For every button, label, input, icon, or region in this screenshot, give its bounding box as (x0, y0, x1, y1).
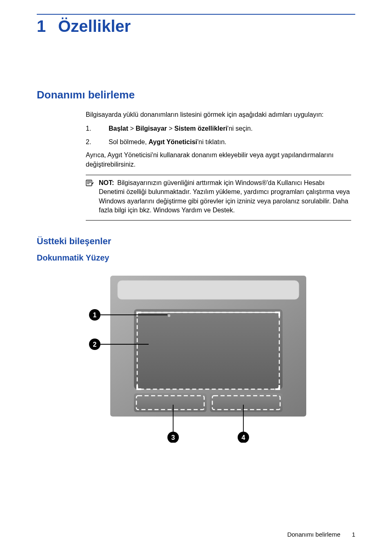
chapter-heading: 1 Özellikler (37, 17, 355, 36)
step1-gt1: > (128, 125, 136, 132)
step-text: Başlat > Bilgisayar > Sistem özellikleri… (109, 124, 351, 133)
chapter-number: 1 (37, 17, 46, 36)
note-label: NOT: (99, 179, 114, 186)
step1-gt2: > (167, 125, 174, 132)
svg-text:4: 4 (241, 434, 245, 441)
note-text: NOT:Bilgisayarınızın güvenliğini arttırm… (99, 178, 351, 215)
callout-4: 4 (238, 432, 249, 443)
section-heading: Donanımı belirleme (37, 89, 355, 101)
svg-point-7 (167, 314, 170, 316)
step2-bold: Aygıt Yöneticisi (149, 138, 197, 145)
svg-rect-0 (86, 180, 92, 186)
subsubsection-heading: Dokunmatik Yüzey (37, 253, 355, 263)
chapter-title: Özellikler (58, 17, 131, 36)
touchpad-illustration: 1 2 3 4 (79, 267, 313, 443)
svg-text:3: 3 (171, 434, 175, 441)
illustration-wrap: 1 2 3 4 (37, 267, 355, 443)
svg-rect-6 (134, 309, 283, 389)
step1-tail: 'ni seçin. (227, 125, 253, 132)
step-2: 2. Sol bölmede, Aygıt Yöneticisi'ni tıkl… (86, 138, 351, 147)
page-footer: Donanımı belirleme 1 (287, 531, 355, 537)
note-icon (86, 179, 94, 187)
svg-text:2: 2 (93, 341, 96, 348)
note-divider-top (86, 175, 351, 175)
step-number: 2. (86, 138, 102, 147)
body-block: Bilgisayarda yüklü donanımların listesin… (37, 110, 355, 221)
step2-prefix: Sol bölmede, (109, 138, 149, 145)
intro-paragraph: Bilgisayarda yüklü donanımların listesin… (86, 110, 351, 119)
callout-3: 3 (167, 432, 179, 443)
note-body: Bilgisayarınızın güvenliğini arttırmak i… (99, 179, 350, 214)
step-text: Sol bölmede, Aygıt Yöneticisi'ni tıklatı… (109, 138, 351, 147)
step1-bold1: Başlat (109, 125, 128, 132)
top-rule (37, 14, 355, 15)
step2-tail: 'ni tıklatın. (197, 138, 227, 145)
callout-1: 1 (89, 309, 100, 321)
step-1: 1. Başlat > Bilgisayar > Sistem özellikl… (86, 124, 351, 133)
svg-text:1: 1 (93, 312, 96, 319)
note-block: NOT:Bilgisayarınızın güvenliğini arttırm… (86, 178, 351, 215)
subsection-heading: Üstteki bileşenler (37, 236, 355, 247)
step-number: 1. (86, 124, 102, 133)
document-page: 1 Özellikler Donanımı belirleme Bilgisay… (0, 14, 392, 537)
step1-bold3: Sistem özellikleri (174, 125, 227, 132)
step1-bold2: Bilgisayar (136, 125, 167, 132)
note-divider-bottom (86, 220, 351, 221)
svg-rect-5 (118, 281, 299, 299)
footer-page-number: 1 (352, 531, 355, 537)
footer-section: Donanımı belirleme (287, 531, 340, 537)
paragraph-2: Ayrıca, Aygıt Yöneticisi'ni kullanarak d… (86, 151, 351, 169)
callout-2: 2 (89, 339, 100, 350)
